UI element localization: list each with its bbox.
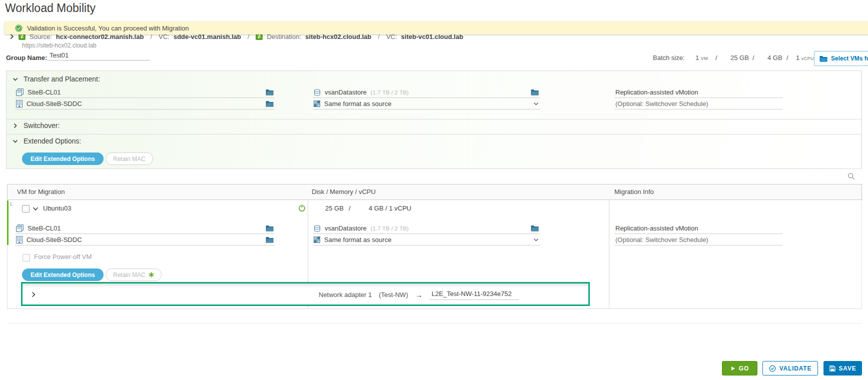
row-switchover-schedule-field[interactable]: (Optional: Switchover Schedule) bbox=[614, 234, 783, 246]
batch-cpu-unit: vCPU bbox=[801, 56, 814, 61]
datastore-value: vsanDatastore bbox=[325, 88, 367, 96]
batch-vm-count: 1 VM bbox=[695, 54, 708, 62]
validation-banner-message: Validation is Successful, You can procee… bbox=[27, 24, 189, 32]
table-bottom-border bbox=[7, 323, 862, 324]
switchover-schedule-field[interactable]: (Optional: Switchover Schedule) bbox=[614, 98, 783, 110]
row-migration-profile-value: Replication-assisted vMotion bbox=[615, 224, 698, 232]
vm-row-checkbox[interactable] bbox=[22, 205, 30, 212]
row-retain-mac-label: Retain MAC bbox=[113, 272, 146, 278]
chevron-down-icon bbox=[12, 138, 19, 144]
network-mapping-row: Network adapter 1 (Test-NW) → L2E_Test-N… bbox=[21, 282, 590, 306]
row-edit-extended-options-button[interactable]: Edit Extended Options bbox=[22, 268, 104, 281]
disk-format-icon bbox=[314, 236, 320, 243]
folder-open-icon[interactable] bbox=[266, 89, 274, 96]
batch-vm-value: 1 bbox=[695, 54, 699, 62]
batch-disk-value: 25 GB bbox=[730, 54, 749, 62]
target-network-select[interactable]: L2E_Test-NW-11-9234e752 bbox=[430, 290, 519, 300]
go-label: GO bbox=[739, 365, 749, 372]
network-expand-chevron-icon[interactable] bbox=[31, 291, 37, 298]
folder-open-icon[interactable] bbox=[531, 89, 539, 96]
folder-open-icon[interactable] bbox=[266, 100, 274, 107]
force-poweroff-checkbox[interactable] bbox=[23, 254, 30, 262]
row-disk-format-value: Same format as source bbox=[324, 236, 391, 244]
batch-cpu-value: 1 bbox=[796, 54, 799, 62]
select-vms-button[interactable]: Select VMs fo bbox=[814, 51, 868, 66]
save-button[interactable]: SAVE bbox=[823, 361, 862, 376]
batch-cpu-count: 1 vCPU bbox=[796, 54, 814, 62]
row-datastore-field[interactable]: vsanDatastore (1.7 TB / 2 TB) bbox=[313, 223, 540, 234]
transfer-placement-title: Transfer and Placement: bbox=[24, 75, 100, 83]
asterisk-icon bbox=[149, 272, 154, 278]
folder-open-icon[interactable] bbox=[531, 225, 539, 232]
retain-mac-label: Retain MAC bbox=[113, 156, 146, 162]
folder-open-icon[interactable] bbox=[266, 236, 274, 243]
row-disk-format-select[interactable]: Same format as source bbox=[313, 234, 540, 246]
section-transfer-placement[interactable]: Transfer and Placement: bbox=[12, 75, 100, 83]
url-tooltip: https://siteb-hcx02.cloud.lab bbox=[22, 42, 97, 49]
disk-format-value: Same format as source bbox=[324, 100, 391, 108]
datastore-field[interactable]: vsanDatastore (1.7 TB / 2 TB) bbox=[313, 87, 540, 98]
row-migration-profile-field[interactable]: Replication-assisted vMotion bbox=[614, 223, 783, 234]
section-divider bbox=[6, 119, 862, 120]
save-icon bbox=[829, 366, 835, 372]
validate-button[interactable]: VALIDATE bbox=[762, 361, 818, 376]
row-compute-container-field[interactable]: SiteB-CL01 bbox=[15, 223, 275, 234]
chevron-down-icon bbox=[533, 238, 539, 242]
migration-profile-value: Replication-assisted vMotion bbox=[615, 88, 698, 96]
vm-name: Ubuntu03 bbox=[43, 202, 71, 215]
vm-memory-cpu-value: 4 GB / 1 vCPU bbox=[369, 202, 411, 215]
check-circle-icon bbox=[15, 24, 23, 32]
batch-vm-unit: VM bbox=[701, 56, 708, 61]
column-migration-info: Migration Info bbox=[614, 184, 654, 200]
column-vm-for-migration: VM for Migration bbox=[17, 184, 65, 200]
compute-container-field[interactable]: SiteB-CL01 bbox=[15, 87, 275, 98]
validation-banner: Validation is Successful, You can procee… bbox=[5, 22, 868, 34]
destination-folder-field[interactable]: Cloud-SiteB-SDDC bbox=[15, 98, 275, 110]
edit-extended-options-label: Edit Extended Options bbox=[31, 156, 95, 162]
section-extended-options[interactable]: Extended Options: bbox=[12, 137, 81, 145]
edit-extended-options-button[interactable]: Edit Extended Options bbox=[22, 152, 104, 165]
power-on-icon bbox=[298, 204, 306, 212]
datastore-icon bbox=[314, 89, 321, 96]
check-circle-outline-icon bbox=[769, 365, 776, 372]
cluster-icon bbox=[16, 88, 24, 96]
row-bottom-border bbox=[7, 308, 862, 309]
row-switchover-schedule-value: (Optional: Switchover Schedule) bbox=[615, 236, 708, 244]
row-collapse-chevron-icon[interactable] bbox=[33, 206, 39, 212]
disk-format-icon bbox=[314, 100, 320, 107]
network-adapter-label: Network adapter 1 bbox=[319, 291, 372, 298]
validate-label: VALIDATE bbox=[779, 365, 812, 372]
folder-open-icon[interactable] bbox=[266, 225, 274, 232]
play-icon bbox=[730, 366, 735, 371]
extended-options-title: Extended Options: bbox=[24, 137, 81, 145]
datacenter-icon bbox=[16, 100, 23, 108]
force-poweroff-label: Force Power-off VM bbox=[34, 253, 92, 260]
row-retain-mac-button[interactable]: Retain MAC bbox=[106, 268, 162, 281]
destination-folder-value: Cloud-SiteB-SDDC bbox=[27, 100, 82, 108]
switchover-schedule-value: (Optional: Switchover Schedule) bbox=[615, 100, 708, 108]
chevron-down-icon bbox=[12, 76, 19, 82]
migration-profile-field[interactable]: Replication-assisted vMotion bbox=[614, 87, 783, 98]
group-name-label: Group Name: bbox=[6, 54, 47, 62]
row-destination-folder-field[interactable]: Cloud-SiteB-SDDC bbox=[15, 234, 275, 246]
retain-mac-button[interactable]: Retain MAC bbox=[106, 152, 153, 165]
page-title: Workload Mobility bbox=[5, 2, 96, 15]
cluster-icon bbox=[16, 224, 24, 232]
folder-icon bbox=[819, 56, 827, 62]
migration-table-header bbox=[7, 184, 862, 200]
search-icon[interactable] bbox=[847, 172, 855, 180]
go-button[interactable]: GO bbox=[722, 361, 757, 376]
source-network-label: (Test-NW) bbox=[379, 291, 408, 298]
row-edit-extended-options-label: Edit Extended Options bbox=[31, 272, 95, 278]
row-compute-container-value: SiteB-CL01 bbox=[28, 224, 61, 232]
switchover-title: Switchover: bbox=[24, 122, 60, 130]
vm-disk-separator: / bbox=[349, 202, 351, 215]
disk-format-select[interactable]: Same format as source bbox=[313, 98, 540, 110]
group-name-input[interactable] bbox=[48, 50, 150, 60]
section-switchover[interactable]: Switchover: bbox=[12, 122, 60, 130]
chevron-right-icon bbox=[12, 122, 19, 129]
datastore-capacity: (1.7 TB / 2 TB) bbox=[371, 90, 409, 96]
row-index: 1. bbox=[10, 202, 14, 206]
batch-separator: / bbox=[715, 54, 717, 62]
datastore-icon bbox=[314, 225, 321, 232]
